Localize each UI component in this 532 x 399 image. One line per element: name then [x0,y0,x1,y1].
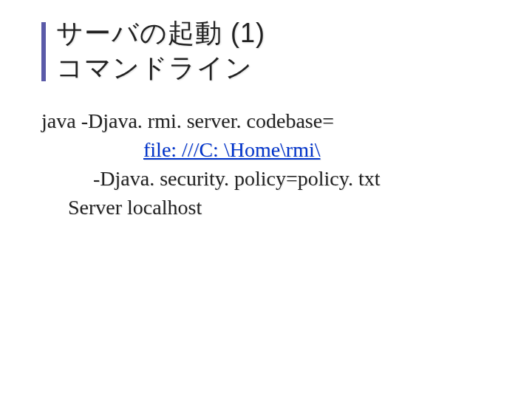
command-block: java -Djava. rmi. server. codebase= file… [41,106,508,222]
cmd-line-1: java -Djava. rmi. server. codebase= [41,106,508,135]
title-accent-bar [41,22,46,81]
title-line-1: サーバの起動 (1) [56,16,508,51]
cmd-line-3: -Djava. security. policy=policy. txt [41,164,508,193]
title-block: サーバの起動 (1) コマンドライン [41,16,508,86]
file-path-link[interactable]: file: ///C: \Home\rmi\ [143,138,321,161]
title-line-2: コマンドライン [56,51,508,86]
slide: サーバの起動 (1) コマンドライン java -Djava. rmi. ser… [0,0,532,399]
cmd-line-2: file: ///C: \Home\rmi\ [41,135,508,164]
cmd-line-4: Server localhost [41,193,508,222]
